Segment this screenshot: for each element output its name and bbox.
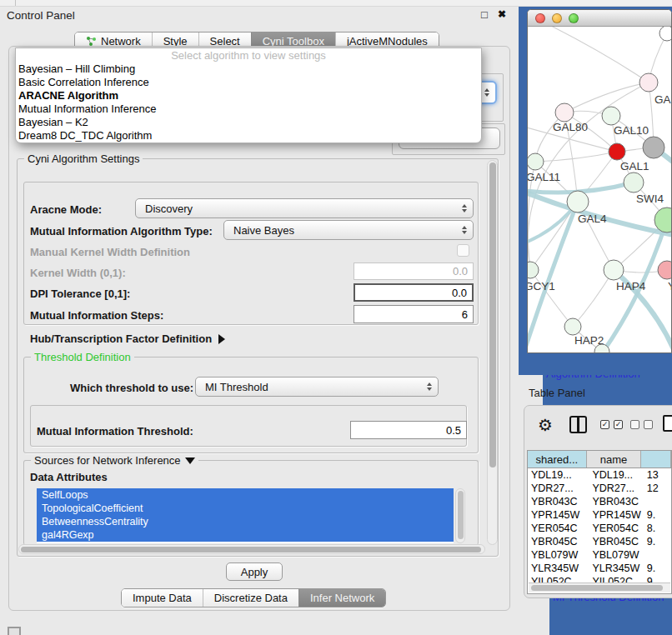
table-cell: YBR045C <box>586 535 640 548</box>
select-all-checks-icon[interactable]: ✓ ✓ <box>600 420 623 429</box>
table-row[interactable]: YPR145WYPR145W9. <box>528 508 671 522</box>
network-node-hap2[interactable] <box>564 318 581 335</box>
table-horizontal-scrollbar[interactable] <box>529 582 670 592</box>
unchecked-box-icon <box>630 420 639 429</box>
column-header-shared[interactable]: shared... <box>528 451 587 468</box>
mi-threshold-field[interactable]: 0.5 <box>350 421 467 439</box>
attribute-item-topologicalcoefficient[interactable]: TopologicalCoefficient <box>37 502 454 515</box>
network-node-gal80[interactable] <box>555 103 574 122</box>
hub-definition-toggle[interactable]: Hub/Transcription Factor Definition <box>30 332 225 345</box>
node-label: SWI4 <box>636 192 664 205</box>
attributes-scrollbar[interactable] <box>455 488 465 543</box>
mi-steps-field[interactable]: 6 <box>354 305 474 323</box>
table-row[interactable]: YDL19...YDL19...13 <box>528 468 671 482</box>
which-threshold-combobox[interactable]: MI Threshold <box>195 377 439 397</box>
network-canvas[interactable]: GALGAL80GAL10GAL1GAL11SWI4GAL4GCY1HAP4YH… <box>528 27 671 353</box>
minimized-panel-icon[interactable] <box>8 627 21 635</box>
table-cell: 9. <box>641 535 671 548</box>
table-row[interactable]: YLR345WYLR345W9. <box>528 562 671 575</box>
table-row[interactable]: YBR043CYBR043C <box>528 495 671 508</box>
apply-button[interactable]: Apply <box>226 562 283 581</box>
network-window[interactable]: GALGAL80GAL10GAL1GAL11SWI4GAL4GCY1HAP4YH… <box>527 9 672 353</box>
gear-icon[interactable]: ⚙ <box>538 415 553 435</box>
aracne-mode-value: Discovery <box>145 202 193 215</box>
algorithm-option-dream8-dc-tdc-algorithm[interactable]: Dream8 DC_TDC Algorithm <box>16 129 481 142</box>
kernel-width-field[interactable]: 0.0 <box>354 262 474 280</box>
attribute-item-gal4rgexp[interactable]: gal4RGexp <box>37 528 454 542</box>
document-icon[interactable] <box>663 415 672 432</box>
network-node-swi4[interactable] <box>624 172 644 192</box>
attribute-item-selfloops[interactable]: SelfLoops <box>37 488 454 502</box>
network-node-hap4[interactable] <box>604 260 624 280</box>
table-cell: YBL079W <box>586 548 640 562</box>
close-panel-icon[interactable]: ✖ <box>498 8 506 20</box>
mi-steps-label: Mutual Information Steps: <box>30 309 163 322</box>
network-edge[interactable] <box>573 270 614 327</box>
table-row[interactable]: YER054CYER054C8. <box>528 522 671 535</box>
float-panel-icon[interactable]: □ <box>481 8 488 21</box>
tab-infer-network[interactable]: Infer Network <box>298 589 385 607</box>
algorithm-option-bayesian-k2[interactable]: Bayesian – K2 <box>16 116 481 129</box>
mi-type-combobox[interactable]: Naive Bayes <box>223 220 474 240</box>
attribute-item-betweennesscentrality[interactable]: BetweennessCentrality <box>37 515 454 528</box>
table-cell: YBL079W <box>528 548 586 562</box>
algorithm-option-mutual-information-inference[interactable]: Mutual Information Inference <box>16 102 481 116</box>
settings-horizontal-scrollbar[interactable] <box>18 544 485 554</box>
algorithm-options-list: Bayesian – Hill ClimbingBasic Correlatio… <box>16 62 481 142</box>
table-cell: YDL19... <box>586 468 640 482</box>
network-node-gal[interactable] <box>639 73 658 92</box>
dpi-tolerance-field[interactable]: 0.0 <box>354 283 474 302</box>
network-node-gal1[interactable] <box>609 143 625 160</box>
algorithm-option-basic-correlation-inference[interactable]: Basic Correlation Inference <box>16 76 481 89</box>
network-window-titlebar[interactable] <box>528 10 671 27</box>
node-label: HAP4 <box>616 280 646 292</box>
minimize-traffic-light-icon[interactable] <box>552 13 562 23</box>
table-rows: YDL19...YDL19...13YDR27...YDR27...12YBR0… <box>528 468 671 583</box>
sources-title[interactable]: Sources for Network Inference <box>31 454 198 467</box>
network-node-y[interactable] <box>658 261 671 279</box>
table-row[interactable]: YBR045CYBR045C9. <box>528 535 671 548</box>
table-row[interactable]: YDR27...YDR27...12 <box>528 482 671 495</box>
network-node-gal4[interactable] <box>567 191 589 212</box>
algorithm-option-aracne-algorithm[interactable]: ARACNE Algorithm <box>16 89 481 102</box>
column-header-name[interactable]: name <box>587 451 641 468</box>
table-row[interactable]: YBL079WYBL079W <box>528 548 671 562</box>
table-cell: YDR27... <box>528 482 586 495</box>
deselect-all-checks-icon[interactable] <box>630 420 653 429</box>
node-label: GAL1 <box>620 160 649 172</box>
aracne-mode-combobox[interactable]: Discovery <box>135 198 474 218</box>
table-cell: 12 <box>641 482 671 495</box>
data-attributes-list[interactable]: SelfLoopsTopologicalCoefficientBetweenne… <box>37 488 454 543</box>
network-edge[interactable] <box>535 152 617 162</box>
split-columns-icon[interactable] <box>569 416 587 433</box>
tab-discretize-data[interactable]: Discretize Data <box>203 589 298 607</box>
manual-kernel-checkbox[interactable] <box>457 244 469 257</box>
network-node-gcy1[interactable] <box>528 262 539 278</box>
table-cell: YBR045C <box>528 535 586 548</box>
network-edge[interactable] <box>544 27 649 82</box>
table-cell: 9. <box>641 508 671 522</box>
aracne-mode-label: Aracne Mode: <box>30 203 102 216</box>
threshold-definition-title: Threshold Definition <box>31 351 134 363</box>
network-node[interactable] <box>654 208 671 232</box>
top-chrome-strip <box>0 0 672 7</box>
node-table[interactable]: shared...name YDL19...YDL19...13YDR27...… <box>527 450 672 594</box>
mi-type-value: Naive Bayes <box>233 224 294 237</box>
zoom-traffic-light-icon[interactable] <box>569 13 579 23</box>
tab-impute-data[interactable]: Impute Data <box>122 589 203 607</box>
close-traffic-light-icon[interactable] <box>535 13 545 23</box>
network-node-gal10[interactable] <box>602 107 620 125</box>
expand-right-icon <box>218 334 225 344</box>
table-cell: YBR043C <box>586 495 640 508</box>
screen: { "app": { "control_panel_title": "Contr… <box>0 0 672 635</box>
settings-vertical-scrollbar[interactable] <box>487 160 498 545</box>
table-cell: YLR345W <box>586 562 640 575</box>
column-header-clipped[interactable] <box>641 451 671 468</box>
table-cell: YPR145W <box>528 508 586 522</box>
network-node-gal11[interactable] <box>528 153 544 170</box>
algorithm-option-bayesian-hill-climbing[interactable]: Bayesian – Hill Climbing <box>16 62 481 76</box>
table-cell: YER054C <box>528 522 586 535</box>
network-node[interactable] <box>643 137 664 158</box>
network-node[interactable] <box>659 27 671 41</box>
combo-stepper-icon <box>427 382 432 391</box>
